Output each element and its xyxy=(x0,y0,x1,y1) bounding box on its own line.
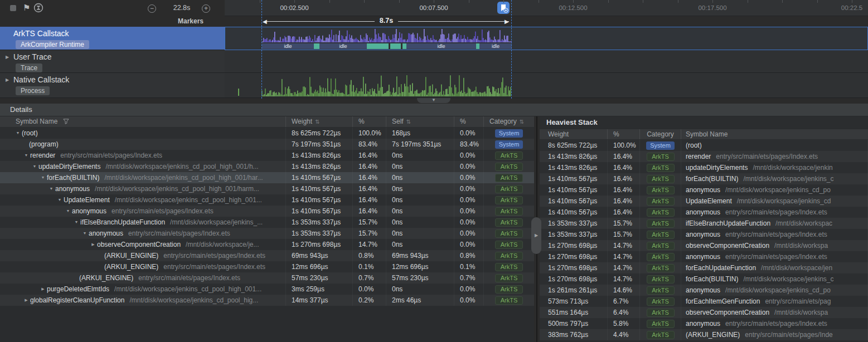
column-percent[interactable]: % xyxy=(353,116,386,127)
zoom-in-button[interactable]: + xyxy=(202,4,210,13)
table-row[interactable]: (ARKUI_ENGINE)entry/src/main/ets/pages/I… xyxy=(0,272,534,284)
symbol-path: /mnt/disk/workspace/jenkins_cd xyxy=(737,196,831,207)
time-label: 00:17.500 xyxy=(698,4,726,11)
expand-right-icon[interactable]: ▶ xyxy=(22,295,30,306)
expand-down-icon[interactable]: ▼ xyxy=(39,172,47,183)
expand-down-icon[interactable]: ▼ xyxy=(56,194,64,206)
chevron-down-icon: ▼ xyxy=(431,97,436,102)
table-row[interactable]: (program)7s 197ms 351µs83.4%7s 197ms 351… xyxy=(0,139,534,150)
self-cell: 0ns xyxy=(386,194,454,206)
track-area-user-trace[interactable] xyxy=(225,50,868,73)
table-row[interactable]: 1s 353ms 337µs15.7%ArkTSanonymousentry/s… xyxy=(540,229,868,240)
symbol-path: entry/src/main/ets/pages/Index.ets xyxy=(111,206,214,217)
expand-right-icon[interactable]: ▶ xyxy=(6,55,9,60)
track-header-native-callstack[interactable]: ▶ Native Callstack Process xyxy=(0,73,225,98)
expand-down-icon[interactable]: ▼ xyxy=(64,206,72,217)
category-cell: ArkTS xyxy=(484,261,534,272)
table-row[interactable]: (ARKUI_ENGINE)entry/src/main/ets/pages/I… xyxy=(0,261,534,272)
expand-right-icon[interactable]: ▶ xyxy=(89,239,97,250)
self-percent-cell: 0.7% xyxy=(454,272,484,284)
table-row[interactable]: ▼anonymous/mnt/disk/workspace/jenkins_cd… xyxy=(0,183,534,194)
table-row[interactable]: 551ms 164µs6.4%ArkTSobserveComponentCrea… xyxy=(540,307,868,318)
expand-down-icon[interactable]: ▼ xyxy=(14,128,22,139)
track-header-user-trace[interactable]: ▶ User Trace Trace xyxy=(0,50,225,73)
collapse-tab[interactable]: ▼ xyxy=(417,98,450,103)
time-ruler[interactable]: 00:02.50000:07.50000:12.50000:17.50000:2… xyxy=(225,0,868,16)
selection-dash-right[interactable] xyxy=(511,0,512,99)
table-row[interactable]: (ARKUI_ENGINE)entry/src/main/ets/pages/I… xyxy=(0,250,534,261)
table-row[interactable]: ▼UpdateElement/mnt/disk/workspace/jenkin… xyxy=(0,194,534,206)
category-badge: ArkTS xyxy=(647,309,675,317)
expand-right-icon[interactable]: ▶ xyxy=(6,77,9,82)
expand-down-icon[interactable]: ▼ xyxy=(47,183,55,194)
self-cell: 0ns xyxy=(386,183,454,194)
table-row[interactable]: ▼ifElseBranchUpdateFunction/mnt/disk/wor… xyxy=(0,217,534,228)
table-row[interactable]: 1s 410ms 567µs16.4%ArkTSUpdateElement/mn… xyxy=(540,196,868,207)
symbol-path: /mnt/disk/workspa xyxy=(774,240,828,251)
splitter-handle[interactable]: ▶ xyxy=(531,217,541,254)
table-row[interactable]: 1s 410ms 567µs16.4%ArkTSanonymous/mnt/di… xyxy=(540,184,868,196)
table-row[interactable]: ▼forEach(BUILTIN)/mnt/disk/workspace/jen… xyxy=(0,172,534,183)
expand-down-icon[interactable]: ▼ xyxy=(81,228,89,239)
table-row[interactable]: ▼anonymousentry/src/main/ets/pages/Index… xyxy=(0,228,534,239)
percent-cell: 16.4% xyxy=(608,184,640,196)
symbol-name: rerender xyxy=(686,151,711,162)
symbol-cell: ▼rerenderentry/src/main/ets/pages/Index.… xyxy=(0,150,286,161)
expand-down-icon[interactable]: ▼ xyxy=(22,150,30,161)
table-row[interactable]: 1s 353ms 337µs15.7%ArkTSifElseBranchUpda… xyxy=(540,218,868,229)
table-row[interactable]: 1s 270ms 698µs14.7%ArkTSforEachUpdateFun… xyxy=(540,262,868,273)
weight-cell: 573ms 713µs xyxy=(540,296,608,307)
table-row[interactable]: 1s 270ms 698µs14.7%ArkTSanonymousentry/s… xyxy=(540,251,868,262)
table-row[interactable]: 1s 410ms 567µs16.4%ArkTSanonymousentry/s… xyxy=(540,207,868,218)
table-row[interactable]: ▶purgeDeletedElmtIds/mnt/disk/workspace/… xyxy=(0,284,534,295)
column-category[interactable]: Category⇅ xyxy=(484,116,534,127)
time-label: 00:12.500 xyxy=(559,4,587,11)
bookmark-add-icon[interactable] xyxy=(497,2,510,14)
column-weight[interactable]: Weight⇅ xyxy=(286,116,353,127)
expand-right-icon[interactable]: ▶ xyxy=(39,284,47,295)
column-self-percent[interactable]: % xyxy=(454,116,484,127)
track-area-arkts-callstack[interactable]: idleidleidleidle xyxy=(225,27,868,50)
table-row[interactable]: 1s 270ms 698µs14.7%ArkTSforEach(BUILTIN)… xyxy=(540,273,868,285)
flag-icon[interactable]: ⚑ xyxy=(23,2,30,14)
category-cell: ArkTS xyxy=(484,172,534,183)
hourglass-icon[interactable] xyxy=(33,3,43,13)
selection-dash-left[interactable] xyxy=(261,0,262,99)
symbol-name: forEachItemGenFunction xyxy=(686,296,760,307)
category-cell: ArkTS xyxy=(640,229,681,240)
table-row[interactable]: ▶globalRegisterCleanUpFunction/mnt/disk/… xyxy=(0,295,534,306)
track-header-arkts-callstack[interactable]: ArkTS Callstack ArkCompiler Runtime xyxy=(0,27,225,50)
track-title: Native Callstack xyxy=(13,75,225,85)
category-badge: ArkTS xyxy=(647,253,675,261)
table-row[interactable]: 500ms 797µs5.8%ArkTSanonymousentry/src/m… xyxy=(540,318,868,329)
table-row[interactable]: 8s 625ms 722µs100.0%System(root) xyxy=(540,140,868,151)
table-row[interactable]: ▼(root)8s 625ms 722µs100.0%168µs0.0%Syst… xyxy=(0,128,534,139)
symbol-name: anonymous xyxy=(55,183,90,194)
weight-cell: 1s 410ms 567µs xyxy=(286,206,353,217)
filter-icon[interactable] xyxy=(63,118,69,124)
expand-down-icon[interactable]: ▼ xyxy=(72,217,80,228)
table-row[interactable]: ▼updateDirtyElements/mnt/disk/workspace/… xyxy=(0,161,534,172)
table-row[interactable]: 1s 261ms 261µs14.6%ArkTSanonymous/mnt/di… xyxy=(540,285,868,296)
idle-segment: idle xyxy=(479,43,512,49)
table-row[interactable]: 573ms 713µs6.7%ArkTSforEachItemGenFuncti… xyxy=(540,296,868,307)
table-row[interactable]: 1s 413ms 826µs16.4%ArkTSupdateDirtyEleme… xyxy=(540,162,868,173)
table-row[interactable]: 1s 410ms 567µs16.4%ArkTSforEach(BUILTIN)… xyxy=(540,173,868,184)
table-row[interactable]: 1s 413ms 826µs16.4%ArkTSrerenderentry/sr… xyxy=(540,151,868,162)
zoom-out-button[interactable]: − xyxy=(148,4,156,13)
track-area-native-callstack[interactable] xyxy=(225,73,868,98)
table-row[interactable]: 1s 270ms 698µs14.7%ArkTSobserveComponent… xyxy=(540,240,868,251)
weight-cell: 500ms 797µs xyxy=(540,318,608,329)
weight-cell: 1s 413ms 826µs xyxy=(540,162,608,173)
symbol-name: anonymous xyxy=(686,207,720,218)
table-row[interactable]: 383ms 762µs4.4%ArkTS(ARKUI_ENGINE)entry/… xyxy=(540,329,868,340)
category-cell: ArkTS xyxy=(640,151,681,162)
expand-down-icon[interactable]: ▼ xyxy=(31,161,38,172)
table-row[interactable]: ▼rerenderentry/src/main/ets/pages/Index.… xyxy=(0,150,534,161)
table-row[interactable]: ▶observeComponentCreation/mnt/disk/works… xyxy=(0,239,534,250)
symbol-name: (ARKUI_ENGINE) xyxy=(686,329,740,340)
symbol-name: anonymous xyxy=(72,206,106,217)
table-row[interactable]: ▼anonymousentry/src/main/ets/pages/Index… xyxy=(0,206,534,217)
column-self[interactable]: Self⇅ xyxy=(386,116,454,127)
stop-icon[interactable] xyxy=(10,5,16,11)
